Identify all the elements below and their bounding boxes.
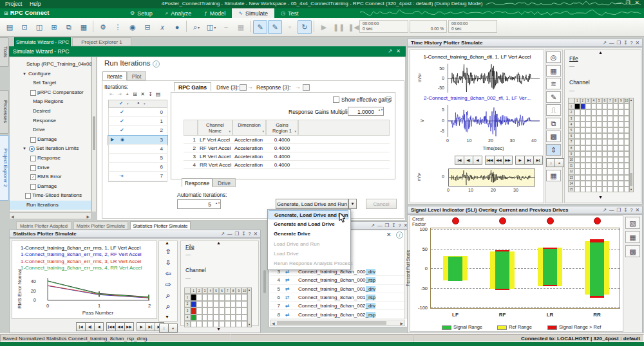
th-grid-cell[interactable]	[596, 104, 602, 109]
th-grid-cell[interactable]	[624, 139, 630, 145]
stats-grid-cell[interactable]	[202, 321, 208, 327]
stats-grid-cell[interactable]	[242, 314, 247, 321]
th-rewind-icon[interactable]: «	[554, 158, 564, 167]
sli-chart-icon[interactable]: ▩	[625, 245, 640, 257]
th-grid-cell[interactable]	[585, 181, 591, 187]
record-icon[interactable]: ●	[170, 20, 184, 34]
menu-item-generate-and-load-drive[interactable]: Generate and Load Drive	[269, 220, 348, 229]
stats-grid-cell[interactable]	[236, 301, 242, 307]
th-nav-pan-left[interactable]: ◀◀	[494, 156, 504, 165]
th-grid-cell[interactable]	[574, 151, 580, 157]
chart-settings-icon[interactable]: ▦	[546, 170, 561, 181]
th-grid-cell[interactable]	[602, 168, 608, 174]
th-grid-cell[interactable]	[602, 163, 608, 168]
menu-item-load-drive-and-run[interactable]: Load Drive and Run	[269, 240, 348, 249]
th-grid-cell[interactable]	[607, 187, 613, 192]
th-grid-cell[interactable]	[585, 127, 591, 133]
th-grid-cell[interactable]	[624, 157, 630, 163]
maximize-icon[interactable]: ❐	[617, 207, 622, 213]
stats-rewind-icon[interactable]: «	[168, 323, 178, 332]
refresh-icon[interactable]: ↻	[298, 20, 312, 34]
stats-nav-next-page[interactable]: ▶|	[146, 322, 155, 331]
th-grid-cell[interactable]	[596, 139, 602, 145]
stats-grid-cell[interactable]	[207, 314, 213, 321]
wrench-icon[interactable]: ⚙	[96, 20, 110, 34]
minimize-icon[interactable]: —	[609, 40, 615, 46]
cancel-button[interactable]: Cancel	[366, 199, 397, 209]
th-grid-cell[interactable]	[613, 139, 619, 145]
zoom-reset-icon[interactable]: ⌕	[161, 302, 175, 311]
stats-grid-cell[interactable]	[225, 321, 231, 327]
float-icon[interactable]: ↗	[371, 223, 375, 228]
scrollbar-thumb[interactable]	[93, 116, 95, 150]
th-grid-cell[interactable]	[613, 151, 619, 157]
th-grid-cell[interactable]	[580, 133, 586, 139]
stats-grid-cell[interactable]	[219, 301, 225, 307]
target-icon[interactable]: ◎	[546, 51, 561, 63]
tree-item-response[interactable]: Response	[10, 154, 91, 163]
th-grid-cell[interactable]	[607, 104, 613, 109]
pause-icon[interactable]: ❚❚	[332, 20, 346, 34]
scroll-left-icon[interactable]: ◀	[272, 321, 275, 325]
th-grid-cell[interactable]	[602, 175, 608, 181]
stats-grid-cell[interactable]	[231, 321, 236, 327]
th-grid-cell[interactable]	[624, 168, 630, 174]
stats-grid-cell[interactable]	[207, 307, 213, 314]
stats-grid-cell[interactable]	[196, 321, 202, 327]
th-grid-cell[interactable]	[591, 133, 597, 139]
pan-left-icon[interactable]: ⇦	[161, 269, 175, 278]
tree-item-drive[interactable]: Drive	[10, 125, 91, 134]
th-grid-cell[interactable]	[613, 122, 619, 127]
file-hscrollbar[interactable]: ◀▶	[270, 320, 405, 326]
th-grid-cell[interactable]	[580, 187, 586, 192]
tree-item-time-sliced-iterations[interactable]: Time-Sliced Iterations	[10, 191, 91, 200]
th-grid-cell[interactable]	[596, 127, 602, 133]
tree-item-response[interactable]: Response	[10, 116, 91, 125]
stats-grid-cell[interactable]	[213, 314, 219, 321]
th-grid-cell[interactable]	[591, 122, 597, 127]
checkbox-unchecked[interactable]	[25, 193, 31, 199]
th-grid-cell[interactable]	[596, 168, 602, 174]
tab-matrix-plotter-simulate[interactable]: Matrix Plotter Simulate	[73, 221, 128, 230]
stats-grid-cell[interactable]	[196, 307, 202, 314]
window-tile-icon[interactable]: ▦	[77, 20, 91, 34]
stats-grid-cell[interactable]	[207, 301, 213, 307]
th-grid-cell[interactable]	[580, 181, 586, 187]
sli-config-icon[interactable]: ▧	[625, 217, 640, 229]
pan-up-icon[interactable]: ⇧	[161, 247, 175, 257]
chart-disabled-icon[interactable]: ▦	[234, 20, 248, 34]
th-grid-cell[interactable]	[613, 187, 619, 192]
stats-nav-pan-right[interactable]: ▶▶	[124, 322, 134, 331]
pan-down-icon[interactable]: ⇩	[161, 258, 175, 268]
checkbox-unchecked[interactable]	[30, 137, 36, 143]
stats-grid-scroll-down[interactable]: ▼	[248, 323, 251, 326]
th-grid-cell[interactable]	[591, 187, 597, 192]
th-grid-cell[interactable]	[591, 151, 597, 157]
tab-response[interactable]: Response	[182, 178, 213, 187]
th-grid-cell[interactable]	[580, 139, 586, 145]
th-grid-cell[interactable]	[585, 122, 591, 127]
tab-rpc-gains[interactable]: RPC Gains	[174, 82, 211, 91]
tree-item-damage[interactable]: Damage	[10, 135, 91, 144]
stats-grid-cell[interactable]	[207, 321, 213, 327]
stats-grid-cell[interactable]	[191, 314, 196, 321]
maximize-icon[interactable]: ❐	[385, 223, 390, 228]
th-grid-scroll-down[interactable]: ▼	[630, 188, 632, 191]
th-nav-last[interactable]: ▶|	[533, 156, 543, 165]
th-grid-cell[interactable]	[607, 122, 613, 127]
th-grid-cell[interactable]	[591, 163, 597, 168]
step-display-icon[interactable]: ⎍	[546, 104, 561, 116]
th-grid-cell[interactable]	[618, 181, 624, 187]
zoom-icon[interactable]: ⌕	[161, 291, 175, 300]
stats-grid-cell[interactable]	[191, 294, 196, 300]
stats-nav-next[interactable]: ▶	[137, 322, 146, 331]
stats-grid-cell[interactable]	[213, 307, 219, 314]
iter-last-icon[interactable]: ⇥	[116, 91, 123, 98]
calculator-icon[interactable]: ⊟	[140, 20, 155, 34]
stats-grid-cell[interactable]	[242, 321, 247, 327]
th-grid-cell[interactable]	[624, 122, 630, 127]
search-icon[interactable]: ⌕▾	[189, 20, 204, 34]
checkbox-unchecked[interactable]	[30, 156, 36, 161]
th-grid-cell[interactable]	[574, 116, 580, 122]
stats-grid-cell[interactable]	[219, 314, 225, 321]
